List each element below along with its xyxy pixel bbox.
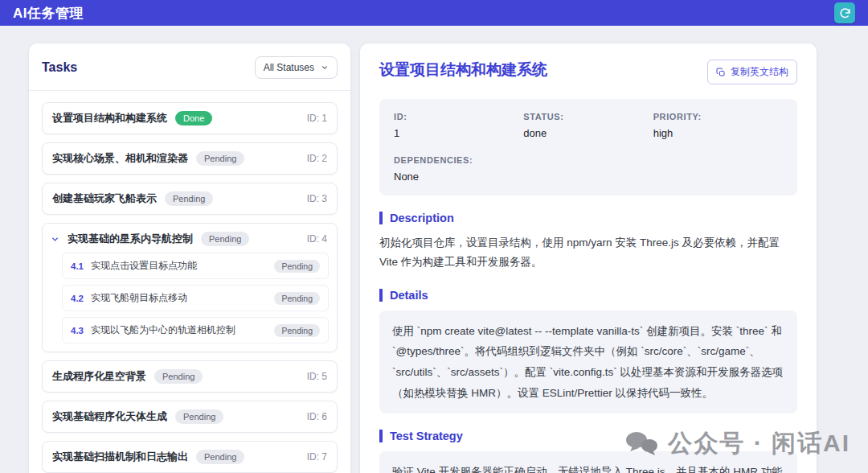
- task-title: 生成程序化星空背景: [52, 369, 146, 384]
- status-badge: Pending: [274, 292, 320, 305]
- main-content: Tasks All Statuses 设置项目结构和构建系统 Done ID: …: [0, 26, 868, 473]
- status-filter-value: All Statuses: [264, 62, 314, 73]
- app-title: AI任务管理: [13, 4, 84, 23]
- status-badge: Pending: [196, 151, 244, 166]
- subtask-item-4-2[interactable]: 4.2 实现飞船朝目标点移动 Pending: [62, 285, 329, 311]
- meta-status-value: done: [523, 127, 653, 139]
- detail-title: 设置项目结构和构建系统: [379, 60, 547, 80]
- meta-dependencies-value: None: [394, 171, 523, 183]
- status-badge: Pending: [165, 191, 213, 206]
- status-badge: Pending: [196, 450, 244, 464]
- subtask-title: 实现点击设置目标点功能: [91, 259, 197, 273]
- copy-english-structure-button[interactable]: 复制英文结构: [707, 60, 797, 84]
- task-title: 实现基础的星系内导航控制: [68, 232, 193, 246]
- task-id: ID: 1: [307, 113, 327, 124]
- meta-priority-label: PRIORITY:: [653, 112, 783, 121]
- tasks-panel: Tasks All Statuses 设置项目结构和构建系统 Done ID: …: [29, 43, 350, 473]
- subtask-number: 4.1: [71, 261, 84, 271]
- description-heading: Description: [379, 212, 797, 224]
- task-title: 实现基础程序化天体生成: [52, 409, 167, 424]
- status-badge: Pending: [201, 232, 249, 246]
- app-header: AI任务管理: [0, 0, 868, 26]
- task-id: ID: 3: [307, 193, 327, 204]
- status-badge: Pending: [175, 409, 223, 424]
- meta-id-label: ID:: [394, 112, 523, 121]
- task-item-2[interactable]: 实现核心场景、相机和渲染器 Pending ID: 2: [42, 142, 338, 175]
- status-filter-dropdown[interactable]: All Statuses: [255, 56, 338, 79]
- details-text: 使用 `npm create vite@latest -- --template…: [379, 311, 797, 414]
- task-id: ID: 2: [307, 153, 327, 164]
- task-item-1[interactable]: 设置项目结构和构建系统 Done ID: 1: [42, 102, 338, 134]
- task-item-6[interactable]: 实现基础程序化天体生成 Pending ID: 6: [42, 401, 338, 433]
- chevron-down-icon: [51, 235, 59, 244]
- status-badge: Pending: [154, 369, 203, 384]
- meta-id: ID: 1: [394, 112, 523, 139]
- subtask-title: 实现飞船朝目标点移动: [91, 291, 187, 305]
- status-badge: Pending: [274, 260, 320, 273]
- task-title: 实现基础扫描机制和日志输出: [52, 450, 188, 464]
- test-strategy-text: 验证 Vite 开发服务器能正确启动，无错误地导入 Three.js，并且基本的…: [379, 451, 797, 473]
- subtask-list: 4.1 实现点击设置目标点功能 Pending 4.2 实现飞船朝目标点移动 P…: [43, 253, 337, 345]
- task-title: 创建基础玩家飞船表示: [52, 191, 157, 206]
- tasks-panel-title: Tasks: [42, 60, 77, 75]
- meta-status: STATUS: done: [523, 112, 653, 139]
- task-item-4-group: 实现基础的星系内导航控制 Pending ID: 4 4.1 实现点击设置目标点…: [42, 223, 338, 352]
- task-detail-panel: 设置项目结构和构建系统 复制英文结构 ID: 1 STATUS: done: [360, 43, 817, 473]
- meta-dependencies: DEPENDENCIES: None: [394, 155, 523, 183]
- refresh-icon: [839, 7, 851, 19]
- subtask-number: 4.2: [71, 294, 84, 303]
- chevron-down-icon: [321, 64, 329, 72]
- meta-priority: PRIORITY: high: [653, 112, 783, 139]
- subtask-item-4-1[interactable]: 4.1 实现点击设置目标点功能 Pending: [62, 253, 329, 279]
- subtask-number: 4.3: [71, 326, 84, 335]
- description-text: 初始化项目仓库，设置目录结构，使用 npm/yarn 安装 Three.js 及…: [379, 233, 797, 273]
- meta-status-label: STATUS:: [523, 112, 653, 121]
- test-strategy-heading: Test Strategy: [379, 430, 797, 442]
- task-id: ID: 4: [307, 233, 327, 245]
- refresh-button[interactable]: [834, 2, 855, 23]
- detail-header: 设置项目结构和构建系统 复制英文结构: [379, 60, 797, 84]
- details-heading: Details: [379, 289, 797, 302]
- task-meta-box: ID: 1 STATUS: done PRIORITY: high DEPEND…: [379, 99, 797, 195]
- task-item-7[interactable]: 实现基础扫描机制和日志输出 Pending ID: 7: [42, 441, 338, 473]
- copy-icon: [716, 68, 726, 77]
- task-title: 设置项目结构和构建系统: [52, 111, 167, 125]
- status-badge: Done: [175, 111, 212, 125]
- subtask-title: 实现以飞船为中心的轨道相机控制: [91, 323, 235, 337]
- meta-priority-value: high: [653, 127, 783, 139]
- task-id: ID: 7: [307, 451, 327, 463]
- meta-dependencies-label: DEPENDENCIES:: [394, 155, 523, 165]
- status-badge: Pending: [274, 324, 320, 337]
- task-list: 设置项目结构和构建系统 Done ID: 1 实现核心场景、相机和渲染器 Pen…: [29, 91, 350, 473]
- copy-button-label: 复制英文结构: [731, 65, 788, 79]
- task-title: 实现核心场景、相机和渲染器: [52, 151, 188, 166]
- task-item-5[interactable]: 生成程序化星空背景 Pending ID: 5: [42, 360, 338, 393]
- task-item-4[interactable]: 实现基础的星系内导航控制 Pending ID: 4: [43, 224, 337, 253]
- task-id: ID: 6: [307, 411, 327, 422]
- task-item-3[interactable]: 创建基础玩家飞船表示 Pending ID: 3: [42, 183, 338, 215]
- meta-id-value: 1: [394, 127, 523, 139]
- tasks-panel-header: Tasks All Statuses: [29, 43, 350, 91]
- subtask-item-4-3[interactable]: 4.3 实现以飞船为中心的轨道相机控制 Pending: [62, 317, 329, 343]
- task-id: ID: 5: [307, 371, 327, 382]
